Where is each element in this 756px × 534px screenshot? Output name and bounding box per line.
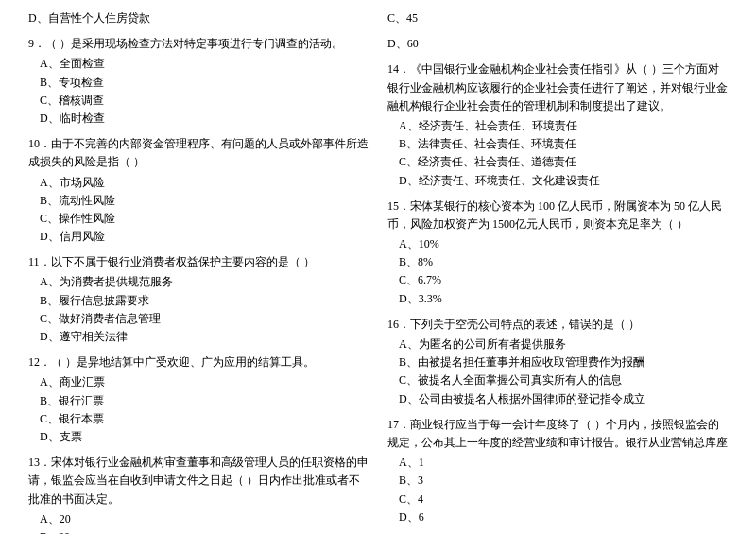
option-16-a: A、为匿名的公司所有者提供服务 — [399, 336, 728, 353]
options-14: A、经济责任、社会责任、环境责任 B、法律责任、社会责任、环境责任 C、经济责任… — [387, 117, 728, 190]
options-9: A、全面检查 B、专项检查 C、稽核调查 D、临时检查 — [28, 55, 369, 128]
question-text-14: 14．《中国银行业金融机构企业社会责任指引》从（ ）三个方面对银行业金融机构应该… — [387, 60, 728, 115]
question-block-16: 16．下列关于空壳公司特点的表述，错误的是（ ） A、为匿名的公司所有者提供服务… — [387, 316, 728, 408]
question-text-12: 12．（ ）是异地结算中广受欢迎、广为应用的结算工具。 — [28, 353, 369, 371]
option-11-b: B、履行信息披露要求 — [40, 292, 369, 310]
option-15-d: D、3.3% — [399, 290, 728, 308]
question-text-16: 16．下列关于空壳公司特点的表述，错误的是（ ） — [387, 316, 728, 334]
option-12-c: C、银行本票 — [40, 410, 369, 428]
option-14-b: B、法律责任、社会责任、环境责任 — [399, 135, 728, 153]
options-15: A、10% B、8% C、6.7% D、3.3% — [387, 235, 728, 308]
option-15-b: B、8% — [399, 253, 728, 271]
question-block-11: 11．以下不属于银行业消费者权益保护主要内容的是（ ） A、为消费者提供规范服务… — [28, 253, 369, 346]
option-13-a: A、20 — [40, 510, 369, 528]
question-block-10: 10．由于不完善的内部资金管理程序、有问题的人员或外部事件所造成损失的风险是指（… — [28, 135, 369, 246]
options-17: A、1 B、3 C、4 D、6 — [387, 454, 728, 526]
option-12-d: D、支票 — [40, 428, 369, 446]
option-16-d: D、公司由被提名人根据外国律师的登记指令成立 — [399, 390, 728, 408]
right-column: C、45 D、60 14．《中国银行业金融机构企业社会责任指引》从（ ）三个方面… — [387, 9, 728, 534]
option-9-b: B、专项检查 — [40, 74, 369, 92]
question-block-d60: D、60 — [387, 35, 728, 53]
option-15-c: C、6.7% — [399, 271, 728, 289]
option-12-b: B、银行汇票 — [40, 392, 369, 410]
option-17-d: D、6 — [399, 508, 728, 526]
question-block-15: 15．宋体某银行的核心资本为 100 亿人民币，附属资本为 50 亿人民币，风险… — [387, 198, 728, 308]
question-text-13: 13．宋体对银行业金融机构审查董事和高级管理人员的任职资格的申请，银监会应当在自… — [28, 454, 369, 508]
option-9-c: C、稽核调查 — [40, 92, 369, 110]
question-block-14: 14．《中国银行业金融机构企业社会责任指引》从（ ）三个方面对银行业金融机构应该… — [387, 60, 728, 189]
option-11-a: A、为消费者提供规范服务 — [40, 273, 369, 291]
question-text: D、自营性个人住房贷款 — [28, 9, 369, 27]
options-11: A、为消费者提供规范服务 B、履行信息披露要求 C、做好消费者信息管理 D、遵守… — [28, 273, 369, 346]
option-13-b: B、30 — [40, 528, 369, 534]
option-9-a: A、全面检查 — [40, 55, 369, 73]
question-block-13: 13．宋体对银行业金融机构审查董事和高级管理人员的任职资格的申请，银监会应当在自… — [28, 454, 369, 534]
question-block-17: 17．商业银行应当于每一会计年度终了（ ）个月内，按照银监会的规定，公布其上一年… — [387, 416, 728, 526]
question-text-17: 17．商业银行应当于每一会计年度终了（ ）个月内，按照银监会的规定，公布其上一年… — [387, 416, 728, 452]
option-10-d: D、信用风险 — [40, 228, 369, 246]
option-9-d: D、临时检查 — [40, 110, 369, 128]
question-text-c45: C、45 — [387, 9, 728, 27]
question-block-12: 12．（ ）是异地结算中广受欢迎、广为应用的结算工具。 A、商业汇票 B、银行汇… — [28, 353, 369, 446]
question-text-11: 11．以下不属于银行业消费者权益保护主要内容的是（ ） — [28, 253, 369, 271]
question-text-9: 9．（ ）是采用现场检查方法对特定事项进行专门调查的活动。 — [28, 35, 369, 53]
option-10-a: A、市场风险 — [40, 174, 369, 192]
option-16-c: C、被提名人全面掌握公司真实所有人的信息 — [399, 371, 728, 389]
question-block-d-housing: D、自营性个人住房贷款 — [28, 9, 369, 27]
options-13: A、20 B、30 — [28, 510, 369, 534]
option-14-a: A、经济责任、社会责任、环境责任 — [399, 117, 728, 135]
question-block-c45: C、45 — [387, 9, 728, 27]
option-11-d: D、遵守相关法律 — [40, 328, 369, 346]
page-container: D、自营性个人住房贷款 9．（ ）是采用现场检查方法对特定事项进行专门调查的活动… — [28, 9, 728, 534]
option-14-c: C、经济责任、社会责任、道德责任 — [399, 153, 728, 171]
option-11-c: C、做好消费者信息管理 — [40, 310, 369, 328]
question-text-10: 10．由于不完善的内部资金管理程序、有问题的人员或外部事件所造成损失的风险是指（… — [28, 135, 369, 171]
option-17-a: A、1 — [399, 454, 728, 472]
option-14-d: D、经济责任、环境责任、文化建设责任 — [399, 172, 728, 190]
question-block-9: 9．（ ）是采用现场检查方法对特定事项进行专门调查的活动。 A、全面检查 B、专… — [28, 35, 369, 128]
option-12-a: A、商业汇票 — [40, 373, 369, 391]
option-17-c: C、4 — [399, 491, 728, 508]
left-column: D、自营性个人住房贷款 9．（ ）是采用现场检查方法对特定事项进行专门调查的活动… — [28, 9, 369, 534]
options-12: A、商业汇票 B、银行汇票 C、银行本票 D、支票 — [28, 373, 369, 446]
option-17-b: B、3 — [399, 472, 728, 490]
option-10-b: B、流动性风险 — [40, 192, 369, 210]
option-10-c: C、操作性风险 — [40, 210, 369, 228]
options-10: A、市场风险 B、流动性风险 C、操作性风险 D、信用风险 — [28, 174, 369, 247]
question-text-d60: D、60 — [387, 35, 728, 53]
question-text-15: 15．宋体某银行的核心资本为 100 亿人民币，附属资本为 50 亿人民币，风险… — [387, 198, 728, 233]
options-16: A、为匿名的公司所有者提供服务 B、由被提名担任董事并相应收取管理费作为报酬 C… — [387, 336, 728, 408]
option-15-a: A、10% — [399, 235, 728, 253]
option-16-b: B、由被提名担任董事并相应收取管理费作为报酬 — [399, 353, 728, 371]
